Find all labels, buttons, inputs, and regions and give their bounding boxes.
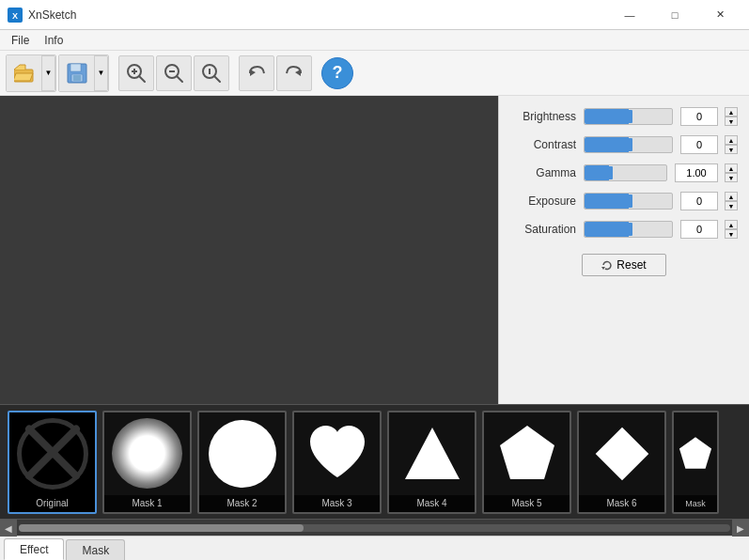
save-dropdown[interactable]: ▼ (95, 55, 108, 91)
minimize-button[interactable]: — (608, 0, 651, 30)
thumb-mask5-image (484, 412, 570, 495)
open-dropdown[interactable]: ▼ (42, 55, 55, 91)
save-button-group: ▼ (58, 54, 109, 92)
thumb-original-image (9, 412, 95, 495)
svg-marker-18 (295, 70, 301, 76)
exposure-row: Exposure 0 ▲ ▼ (510, 192, 738, 210)
svg-rect-6 (73, 75, 81, 81)
open-button[interactable] (7, 55, 42, 91)
brightness-label: Brightness (510, 110, 576, 123)
exposure-slider[interactable] (584, 193, 673, 210)
thumbnail-scrollbar: ◀ ▶ (0, 519, 749, 536)
contrast-down[interactable]: ▼ (725, 145, 738, 154)
gamma-spinner: ▲ ▼ (725, 163, 738, 182)
tab-mask[interactable]: Mask (66, 539, 125, 560)
gamma-down[interactable]: ▼ (725, 173, 738, 182)
thumb-mask1[interactable]: Mask 1 (102, 411, 192, 514)
thumb-mask7-image (674, 412, 717, 495)
saturation-down[interactable]: ▼ (725, 229, 738, 239)
brightness-row: Brightness 0 ▲ ▼ (510, 107, 738, 126)
brightness-down[interactable]: ▼ (725, 117, 738, 126)
svg-marker-22 (405, 428, 460, 479)
exposure-down[interactable]: ▼ (725, 201, 738, 210)
svg-marker-23 (500, 426, 554, 479)
thumb-mask4-image (389, 412, 475, 495)
thumb-mask2-image (199, 412, 285, 495)
thumb-mask1-image (104, 412, 190, 495)
thumb-mask4[interactable]: Mask 4 (387, 411, 476, 514)
redo-button[interactable] (276, 55, 312, 91)
contrast-value[interactable]: 0 (680, 135, 718, 154)
gamma-value[interactable]: 1.00 (675, 163, 718, 182)
app-icon: X (8, 8, 23, 23)
svg-line-10 (139, 76, 145, 82)
scroll-thumb[interactable] (19, 524, 304, 532)
scroll-track[interactable] (19, 524, 730, 532)
svg-marker-25 (679, 437, 711, 469)
thumb-mask1-label: Mask 1 (104, 495, 190, 512)
main-content: Brightness 0 ▲ ▼ Contrast 0 (0, 96, 749, 404)
thumb-mask7[interactable]: Mask (672, 411, 719, 514)
thumb-original-label: Original (9, 495, 95, 512)
brightness-up[interactable]: ▲ (725, 107, 738, 117)
title-text: XnSketch (28, 8, 602, 22)
thumbnail-strip: Original Mask 1 Mask 2 Mask 3 (0, 404, 749, 536)
reset-btn-row: Reset (510, 254, 738, 276)
saturation-slider[interactable] (584, 221, 673, 238)
gamma-up[interactable]: ▲ (725, 163, 738, 173)
svg-marker-17 (250, 70, 256, 76)
saturation-label: Saturation (510, 223, 576, 236)
contrast-slider[interactable] (584, 136, 673, 153)
toolbar: ▼ ▼ (0, 51, 749, 96)
thumb-mask5[interactable]: Mask 5 (482, 411, 571, 514)
window-controls: — □ ✕ (608, 0, 741, 30)
maximize-button[interactable]: □ (653, 0, 696, 30)
zoom-fit-button[interactable] (194, 55, 229, 91)
svg-line-13 (177, 76, 182, 82)
right-panel: Brightness 0 ▲ ▼ Contrast 0 (498, 96, 749, 404)
contrast-up[interactable]: ▲ (725, 135, 738, 145)
svg-line-16 (214, 76, 220, 82)
canvas-area (0, 96, 498, 404)
gamma-row: Gamma 1.00 ▲ ▼ (510, 163, 738, 182)
exposure-up[interactable]: ▲ (725, 192, 738, 201)
exposure-value[interactable]: 0 (680, 192, 718, 210)
gamma-slider[interactable] (584, 164, 667, 181)
reset-button[interactable]: Reset (582, 254, 665, 276)
scroll-right-button[interactable]: ▶ (732, 520, 749, 537)
saturation-up[interactable]: ▲ (725, 220, 738, 229)
gamma-label: Gamma (510, 166, 576, 179)
saturation-row: Saturation 0 ▲ ▼ (510, 220, 738, 239)
scroll-left-button[interactable]: ◀ (0, 520, 17, 537)
save-button[interactable] (59, 55, 95, 91)
help-button[interactable]: ? (321, 57, 353, 89)
zoom-out-button[interactable] (156, 55, 192, 91)
exposure-spinner: ▲ ▼ (725, 192, 738, 210)
svg-marker-19 (601, 267, 605, 270)
thumb-mask6[interactable]: Mask 6 (577, 411, 666, 514)
svg-rect-4 (70, 64, 81, 71)
saturation-value[interactable]: 0 (680, 220, 718, 239)
menu-file[interactable]: File (4, 32, 37, 49)
thumb-mask7-label: Mask (674, 495, 717, 512)
exposure-label: Exposure (510, 194, 576, 208)
undo-button[interactable] (239, 55, 274, 91)
contrast-row: Contrast 0 ▲ ▼ (510, 135, 738, 154)
svg-rect-24 (595, 427, 648, 480)
brightness-spinner: ▲ ▼ (725, 107, 738, 126)
sliders-container: Brightness 0 ▲ ▼ Contrast 0 (510, 107, 738, 239)
thumb-mask3[interactable]: Mask 3 (292, 411, 382, 514)
tab-effect[interactable]: Effect (4, 538, 64, 560)
brightness-value[interactable]: 0 (680, 107, 718, 126)
zoom-in-button[interactable] (118, 55, 154, 91)
thumb-original[interactable]: Original (8, 411, 97, 514)
contrast-label: Contrast (510, 138, 576, 151)
close-button[interactable]: ✕ (698, 0, 741, 30)
thumb-mask2[interactable]: Mask 2 (197, 411, 287, 514)
contrast-spinner: ▲ ▼ (725, 135, 738, 154)
brightness-slider[interactable] (584, 108, 673, 125)
menu-info[interactable]: Info (37, 32, 70, 49)
thumb-mask5-label: Mask 5 (484, 495, 570, 512)
svg-text:X: X (12, 11, 18, 21)
thumb-mask6-label: Mask 6 (579, 495, 664, 512)
